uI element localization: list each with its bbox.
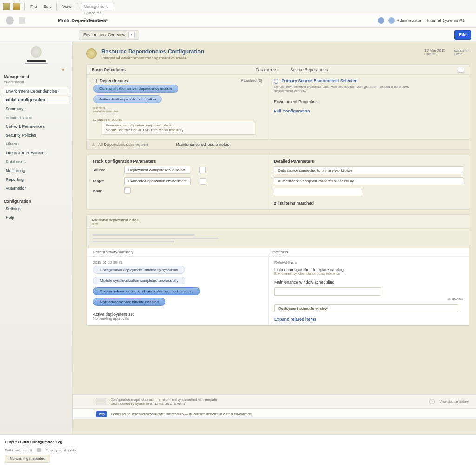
comment-bar: Configuration snapshot saved — environme… bbox=[73, 394, 476, 408]
meta-owner-value: sysadmin bbox=[454, 48, 469, 53]
sidebar-item-help[interactable]: Help bbox=[3, 213, 69, 222]
meta-owner-label: Owner bbox=[454, 53, 469, 56]
related-item[interactable]: Maintenance window scheduling bbox=[274, 280, 463, 284]
sidebar-item-settings[interactable]: Settings bbox=[3, 205, 69, 213]
toolbar-address[interactable]: Management Console / Configuration bbox=[81, 3, 114, 10]
dependency-pill[interactable]: Authentication provider integration bbox=[93, 95, 162, 103]
dependency-pill[interactable]: Core application server dependency modul… bbox=[93, 85, 178, 93]
tooltip-popup: Environment configuration component cata… bbox=[102, 121, 255, 135]
notes-title: Additional deployment notes bbox=[92, 218, 139, 222]
panel-tabs: Basic Definitions Parameters Source Repo… bbox=[87, 65, 469, 75]
sidebar-section-config: Configuration bbox=[4, 199, 68, 204]
sidebar-item-networking[interactable]: Network Preferences bbox=[3, 122, 69, 131]
bullet-icon bbox=[37, 448, 41, 452]
history-link[interactable]: View change history bbox=[439, 399, 469, 403]
param-value-target[interactable]: Connected application environment bbox=[124, 177, 191, 185]
related-item[interactable]: Linked configuration template catalog bbox=[274, 267, 463, 272]
panel-menu-icon[interactable] bbox=[458, 67, 464, 73]
parameter-filter-input[interactable] bbox=[274, 188, 362, 196]
source-env-sub: Linked environment synchronized with pro… bbox=[274, 85, 423, 93]
breadcrumb-dropdown[interactable]: Environment Overview ▾ bbox=[79, 30, 139, 40]
sidebar-item-automation[interactable]: Automation bbox=[3, 184, 69, 192]
menu-view[interactable]: View bbox=[60, 3, 73, 10]
maintenance-label: Maintenance schedule notes bbox=[176, 142, 229, 147]
tab-sources[interactable]: Source Repositories bbox=[290, 67, 328, 72]
primary-action-button[interactable]: Edit bbox=[454, 30, 471, 40]
notification-icon[interactable] bbox=[378, 17, 384, 24]
sidebar-item-reporting[interactable]: Reporting bbox=[3, 175, 69, 184]
approvals-label: No pending approvals bbox=[93, 317, 263, 321]
sidebar-item-configuration[interactable]: Initial Configuration bbox=[3, 96, 69, 104]
meta-created-label: Created bbox=[424, 53, 445, 56]
related-item-sub: Environment synchronization policy refer… bbox=[274, 272, 463, 275]
detail-row: Authentication endpoint validated succes… bbox=[274, 177, 463, 185]
sidebar-item-integration[interactable]: Integration Resources bbox=[3, 149, 69, 157]
color-swatch[interactable] bbox=[200, 178, 206, 185]
attached-count[interactable]: Attached (2) bbox=[241, 79, 262, 83]
tab-basic[interactable]: Basic Definitions bbox=[92, 67, 126, 72]
user-name[interactable]: Administrator bbox=[397, 18, 421, 23]
activity-row: Configuration deployment initiated by sy… bbox=[93, 266, 185, 274]
param-key-target: Target bbox=[93, 179, 119, 183]
sidebar-accent bbox=[27, 60, 46, 62]
favorite-icon[interactable]: ★ bbox=[3, 67, 69, 72]
panel-definitions: Basic Definitions Parameters Source Repo… bbox=[86, 64, 469, 150]
link-full-config[interactable]: Full Configuration bbox=[274, 109, 463, 113]
source-env-headline[interactable]: Primary Source Environment Selected bbox=[274, 79, 463, 84]
title-bar: Multi-Dependencies Administrator Interna… bbox=[0, 13, 476, 28]
track-params-header: Track Configuration Parameters bbox=[93, 159, 262, 164]
detail-row: Data source connected to primary workspa… bbox=[274, 166, 463, 174]
tab-parameters[interactable]: Parameters bbox=[256, 67, 278, 72]
globe-icon bbox=[274, 79, 278, 84]
param-value-source[interactable]: Deployment configuration template bbox=[124, 166, 190, 174]
sidebar-accent-sub bbox=[25, 63, 48, 64]
tooltip-line2: Module last refreshed at 09:41 from cent… bbox=[106, 128, 251, 132]
meta-created-value: 12 Mar 2015 bbox=[424, 48, 445, 53]
separator bbox=[24, 3, 25, 10]
resource-icon bbox=[86, 48, 97, 59]
notes-strip: Additional deployment notes draft bbox=[87, 215, 469, 229]
separator bbox=[56, 3, 57, 10]
menu-edit[interactable]: Edit bbox=[42, 3, 53, 10]
sidebar-item-summary[interactable]: Summary bbox=[3, 105, 69, 113]
link-env-properties[interactable]: Environment Properties bbox=[274, 99, 463, 104]
breadcrumb-label: Environment Overview bbox=[83, 33, 126, 37]
share-icon[interactable] bbox=[429, 399, 435, 404]
match-count-label: 2 list items matched bbox=[274, 201, 463, 205]
user-avatar-icon[interactable] bbox=[388, 17, 395, 24]
sidebar-avatar-icon bbox=[31, 46, 42, 58]
sidebar-item-monitoring[interactable]: Monitoring bbox=[3, 166, 69, 175]
refresh-icon[interactable] bbox=[19, 17, 25, 24]
detailed-params-header: Detailed Parameters bbox=[274, 159, 463, 164]
col-timestamp[interactable]: Timestamp bbox=[270, 250, 288, 254]
param-key-source: Source bbox=[93, 168, 119, 172]
tenant-label: Internal Systems PS bbox=[427, 18, 465, 23]
home-icon[interactable] bbox=[6, 16, 14, 25]
sidebar-item-databases[interactable]: Databases bbox=[3, 158, 69, 166]
sidebar-section-sub: environment bbox=[4, 80, 68, 84]
dependency-pill[interactable]: Cross-environment dependency validation … bbox=[93, 287, 200, 295]
sidebar-item-administration[interactable]: Administration bbox=[3, 113, 69, 122]
dependency-pill[interactable]: Notification service binding enabled bbox=[93, 298, 165, 306]
sidebar-item-policies[interactable]: Security Policies bbox=[3, 131, 69, 139]
sidebar-item-filters[interactable]: Filters bbox=[3, 140, 69, 148]
activity-search-input[interactable] bbox=[274, 287, 381, 296]
expand-related-link[interactable]: Expand related items bbox=[274, 317, 463, 322]
app-icon bbox=[3, 3, 10, 10]
menu-file[interactable]: File bbox=[28, 3, 39, 10]
mode-selector[interactable] bbox=[124, 187, 131, 194]
activity-timestamp: 2015-03-12 09:41 bbox=[93, 260, 263, 264]
color-swatch[interactable] bbox=[199, 167, 206, 173]
note-selected: selected bbox=[93, 106, 262, 110]
note-available: available modules bbox=[93, 110, 262, 113]
all-dependencies-label: All Dependencies bbox=[98, 142, 131, 147]
record-count: 3 records bbox=[274, 297, 463, 301]
sidebar: ★ Management environment Environment Dep… bbox=[0, 42, 73, 434]
content-subtitle: Integrated environment management overvi… bbox=[101, 56, 204, 60]
deploy-status: Deployment ready bbox=[46, 448, 76, 452]
sidebar-item-overview[interactable]: Environment Dependencies bbox=[3, 87, 69, 95]
param-key-mode: Mode bbox=[93, 189, 119, 193]
checkbox-icon[interactable] bbox=[93, 79, 97, 83]
output-title: Output / Build Configuration Log bbox=[5, 440, 62, 444]
content-header: Resource Dependencies Configuration Inte… bbox=[86, 48, 469, 60]
